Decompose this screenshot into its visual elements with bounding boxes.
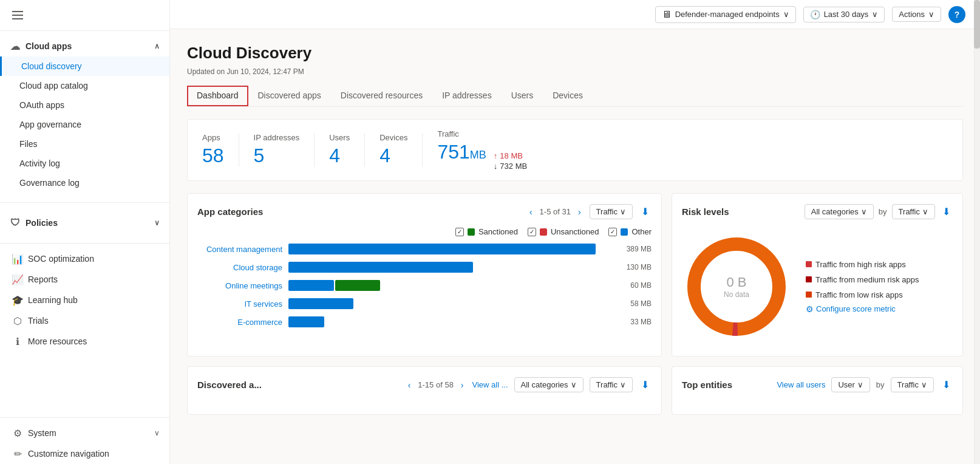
activity-log-label: Activity log [19, 159, 60, 168]
legend-other: ✓ Other [608, 227, 652, 236]
sidebar-item-governance-log[interactable]: Governance log [0, 173, 169, 193]
sidebar-item-cloud-discovery[interactable]: Cloud discovery [0, 56, 169, 76]
sidebar-section-cloud-apps-header[interactable]: ☁ Cloud apps ∧ [0, 36, 169, 56]
timerange-selector[interactable]: 🕐 Last 30 days ∨ [803, 7, 885, 22]
risk-levels-card: Risk levels All categories ∨ by Traffic … [672, 193, 963, 357]
sidebar-item-system[interactable]: ⚙ System ∨ [0, 423, 169, 443]
upload-arrow-icon: ↑ [494, 151, 498, 160]
view-all-link[interactable]: View all ... [472, 380, 508, 389]
sidebar-item-reports[interactable]: 📈 Reports [0, 269, 169, 290]
risk-legend-high: Traffic from high risk apps [806, 260, 919, 269]
tab-devices[interactable]: Devices [543, 86, 593, 106]
endpoint-icon: 🖥 [662, 9, 672, 20]
tab-discovered-apps[interactable]: Discovered apps [248, 86, 331, 106]
sidebar-item-customize[interactable]: ✏ Customize navigation [0, 443, 169, 464]
main-content: 🖥 Defender-managed endpoints ∨ 🕐 Last 30… [170, 0, 980, 464]
next-arrow[interactable]: › [576, 207, 584, 217]
configure-label: Configure score metric [816, 304, 896, 313]
da-categories-dropdown[interactable]: All categories ∨ [514, 377, 584, 392]
risk-traffic-label: Traffic [899, 207, 920, 216]
low-risk-dot [806, 292, 812, 298]
bottom-cards-row: Discovered a... ‹ 1-15 of 58 › View all … [187, 366, 963, 415]
help-button[interactable]: ? [948, 6, 965, 23]
bar-label-2[interactable]: Online meetings [197, 281, 282, 290]
da-download[interactable]: ⬇ [639, 377, 652, 393]
donut-area: 0 B No data Traffic from high risk apps [682, 227, 953, 346]
sidebar-item-app-governance[interactable]: App governance [0, 115, 169, 134]
bar-blue-1 [288, 262, 473, 273]
download-button[interactable]: ⬇ [639, 203, 652, 220]
endpoint-selector[interactable]: 🖥 Defender-managed endpoints ∨ [655, 6, 796, 23]
stat-users-label: Users [329, 133, 350, 142]
scrollbar-thumb[interactable] [974, 0, 980, 49]
stat-ip-addresses: IP addresses 5 [239, 133, 315, 167]
app-categories-dropdown[interactable]: Traffic ∨ [590, 204, 633, 219]
pagination-text: 1-5 of 31 [540, 207, 571, 216]
actions-button[interactable]: Actions ∨ [892, 7, 941, 22]
stats-row: Apps 58 IP addresses 5 Users 4 Devices 4… [187, 119, 963, 181]
soc-icon: 📊 [12, 253, 23, 264]
actions-label: Actions [899, 10, 925, 19]
da-prev-arrow[interactable]: ‹ [406, 380, 413, 390]
sanctioned-checkbox[interactable]: ✓ [455, 228, 464, 236]
stat-apps-value: 58 [202, 145, 224, 167]
more-icon: ℹ [12, 336, 23, 347]
bar-container-2 [288, 280, 612, 291]
tab-users[interactable]: Users [502, 86, 543, 106]
te-download[interactable]: ⬇ [940, 377, 953, 393]
sanctioned-dot [468, 228, 475, 236]
te-user-dropdown[interactable]: User ∨ [831, 377, 869, 392]
risk-legend-low: Traffic from low risk apps [806, 290, 919, 299]
timerange-label: Last 30 days [824, 10, 869, 19]
bar-label-3[interactable]: IT services [197, 299, 282, 309]
tab-ip-addresses[interactable]: IP addresses [432, 86, 501, 106]
te-traffic-label: Traffic [897, 380, 919, 389]
te-traffic-dropdown[interactable]: Traffic ∨ [891, 377, 934, 392]
sidebar-item-oauth-apps[interactable]: OAuth apps [0, 95, 169, 115]
da-categories-label: All categories [521, 380, 568, 389]
tab-dashboard[interactable]: Dashboard [187, 86, 248, 106]
da-traffic-label: Traffic [596, 380, 618, 389]
upload-value: 18 MB [500, 151, 523, 160]
bar-label-1[interactable]: Cloud storage [197, 263, 282, 272]
sidebar-item-activity-log[interactable]: Activity log [0, 154, 169, 173]
stat-ip-value: 5 [254, 145, 300, 167]
prev-arrow[interactable]: ‹ [527, 207, 535, 217]
view-all-users-link[interactable]: View all users [777, 380, 825, 389]
te-user-label: User [838, 380, 854, 389]
stat-devices-label: Devices [379, 133, 407, 142]
medium-risk-dot [806, 276, 812, 282]
sidebar-item-cloud-app-catalog[interactable]: Cloud app catalog [0, 76, 169, 95]
da-next-arrow[interactable]: › [458, 380, 466, 390]
top-entities-controls: View all users User ∨ by Traffic ∨ ⬇ [777, 377, 953, 393]
hamburger-menu[interactable] [10, 9, 160, 22]
unsanctioned-checkbox[interactable]: ✓ [528, 228, 536, 236]
other-checkbox[interactable]: ✓ [608, 228, 617, 236]
bar-blue-3 [288, 298, 353, 309]
configure-link[interactable]: ⚙ Configure score metric [806, 304, 919, 314]
bar-value-1: 130 MB [618, 263, 652, 271]
high-risk-dot [806, 261, 812, 267]
stat-devices-value: 4 [379, 145, 407, 167]
risk-categories-chevron: ∨ [861, 207, 867, 216]
risk-download-button[interactable]: ⬇ [940, 203, 953, 220]
page-title: Cloud Discovery [187, 44, 963, 63]
bar-label-0[interactable]: Content management [197, 245, 282, 254]
tab-discovered-resources[interactable]: Discovered resources [331, 86, 432, 106]
sidebar-item-learning-hub[interactable]: 🎓 Learning hub [0, 290, 169, 310]
app-categories-legend: ✓ Sanctioned ✓ Unsanctioned ✓ Other [197, 227, 652, 236]
sidebar-item-files[interactable]: Files [0, 134, 169, 154]
sidebar-policies-header[interactable]: 🛡 Policies ∨ [0, 213, 169, 233]
risk-categories-dropdown[interactable]: All categories ∨ [805, 204, 874, 219]
sidebar-item-more-resources[interactable]: ℹ More resources [0, 331, 169, 352]
sidebar-item-soc[interactable]: 📊 SOC optimization [0, 248, 169, 269]
da-traffic-dropdown[interactable]: Traffic ∨ [590, 377, 633, 392]
reports-icon: 📈 [12, 274, 23, 285]
policy-icon: 🛡 [10, 217, 21, 228]
bar-label-4[interactable]: E-commerce [197, 318, 282, 327]
legend-sanctioned: ✓ Sanctioned [455, 227, 518, 236]
trials-icon: ⬡ [12, 315, 23, 326]
sidebar-item-trials[interactable]: ⬡ Trials [0, 310, 169, 331]
learning-icon: 🎓 [12, 295, 23, 305]
risk-traffic-dropdown[interactable]: Traffic ∨ [892, 204, 935, 219]
